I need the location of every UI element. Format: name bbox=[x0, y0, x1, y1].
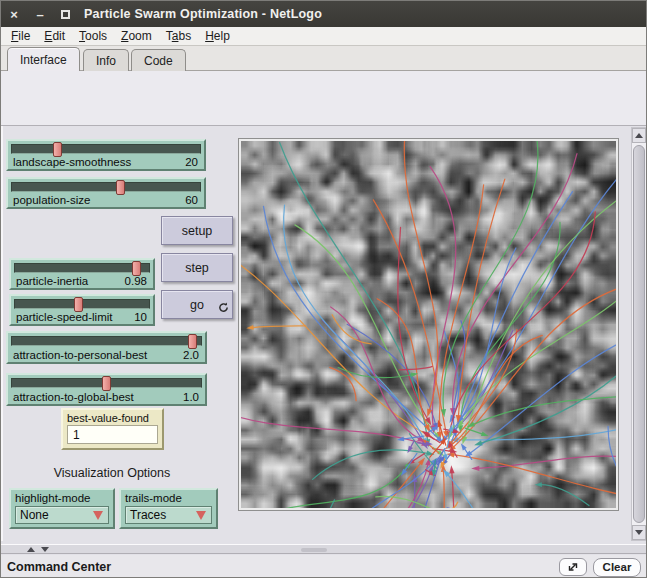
monitor-label: best-value-found bbox=[63, 410, 162, 424]
menu-help[interactable]: Help bbox=[198, 28, 237, 44]
menu-tools[interactable]: Tools bbox=[72, 28, 114, 44]
expand-up-icon[interactable] bbox=[27, 547, 35, 552]
chevron-down-icon bbox=[93, 511, 103, 520]
step-button[interactable]: step bbox=[161, 253, 233, 282]
chooser-dropdown[interactable]: None bbox=[15, 506, 109, 524]
scroll-down-button[interactable] bbox=[632, 525, 646, 540]
window-title: Particle Swarm Optimization - NetLogo bbox=[84, 7, 322, 21]
slider-value: 20 bbox=[185, 156, 198, 168]
command-center-title: Command Center bbox=[7, 560, 559, 574]
chooser-value: None bbox=[16, 508, 93, 522]
netlogo-window: × – Particle Swarm Optimization - NetLog… bbox=[0, 0, 647, 578]
monitor-value: 1 bbox=[67, 425, 158, 444]
tab-code[interactable]: Code bbox=[131, 49, 186, 71]
slider-handle[interactable] bbox=[74, 297, 83, 312]
slider-handle[interactable] bbox=[102, 376, 111, 391]
slider-label: attraction-to-personal-best bbox=[13, 349, 147, 361]
slider-label: attraction-to-global-best bbox=[13, 391, 134, 403]
slider-label: landscape-smoothness bbox=[13, 156, 131, 168]
slider-label: population-size bbox=[13, 194, 90, 206]
slider-population-size[interactable]: population-size60 bbox=[6, 177, 206, 209]
menu-zoom[interactable]: Zoom bbox=[114, 28, 159, 44]
setup-button[interactable]: setup bbox=[161, 216, 233, 245]
slider-handle[interactable] bbox=[188, 334, 197, 349]
minimize-icon[interactable]: – bbox=[27, 7, 53, 22]
menu-tabs[interactable]: Tabs bbox=[159, 28, 198, 44]
command-center-bar: Command Center Clear bbox=[1, 555, 646, 578]
slider-track[interactable] bbox=[11, 144, 201, 154]
tab-interface[interactable]: Interface bbox=[7, 47, 80, 71]
chooser-value: Traces bbox=[126, 508, 196, 522]
slider-particle-inertia[interactable]: particle-inertia0.98 bbox=[9, 258, 155, 290]
collapse-down-icon[interactable] bbox=[41, 547, 49, 552]
scrollbar-thumb[interactable] bbox=[633, 145, 645, 523]
toolbar: Edit Delete + Add *abc Button normal spe… bbox=[1, 71, 646, 126]
slider-handle[interactable] bbox=[116, 180, 125, 195]
arrow-up-icon bbox=[635, 133, 643, 138]
tab-strip: Interface Info Code bbox=[1, 46, 646, 71]
slider-label: particle-inertia bbox=[16, 275, 88, 287]
menu-bar: File Edit Tools Zoom Tabs Help bbox=[1, 27, 646, 46]
slider-track[interactable] bbox=[11, 336, 202, 346]
maximize-icon[interactable] bbox=[61, 10, 70, 19]
forever-icon bbox=[218, 302, 229, 316]
command-center-splitter[interactable] bbox=[1, 544, 646, 554]
go-button[interactable]: go bbox=[161, 290, 233, 319]
world-view[interactable] bbox=[241, 141, 616, 508]
slider-landscape-smoothness[interactable]: landscape-smoothness20 bbox=[6, 139, 206, 171]
vertical-scrollbar[interactable] bbox=[631, 127, 647, 541]
slider-handle[interactable] bbox=[132, 261, 141, 276]
tab-info[interactable]: Info bbox=[83, 49, 129, 71]
splitter-grip[interactable] bbox=[301, 548, 327, 552]
title-bar: × – Particle Swarm Optimization - NetLog… bbox=[1, 1, 646, 27]
chooser-highlight-mode[interactable]: highlight-mode None bbox=[9, 488, 115, 529]
slider-value: 1.0 bbox=[183, 391, 199, 403]
chooser-label: highlight-mode bbox=[11, 490, 113, 504]
diagonal-arrows-icon bbox=[567, 561, 579, 573]
scroll-up-button[interactable] bbox=[632, 128, 646, 143]
expand-command-center-button[interactable] bbox=[559, 558, 587, 576]
slider-value: 10 bbox=[134, 311, 147, 323]
slider-label: particle-speed-limit bbox=[16, 311, 113, 323]
chevron-down-icon bbox=[196, 511, 206, 520]
arrow-down-icon bbox=[635, 530, 643, 535]
clear-button[interactable]: Clear bbox=[593, 558, 641, 577]
slider-handle[interactable] bbox=[53, 142, 62, 157]
world-view-frame bbox=[238, 138, 619, 511]
slider-value: 60 bbox=[185, 194, 198, 206]
monitor-best-value-found: best-value-found 1 bbox=[61, 408, 164, 450]
slider-value: 0.98 bbox=[125, 275, 147, 287]
slider-attraction-to-global-best[interactable]: attraction-to-global-best1.0 bbox=[6, 373, 207, 406]
slider-track[interactable] bbox=[11, 182, 201, 192]
menu-edit[interactable]: Edit bbox=[37, 28, 72, 44]
close-icon[interactable]: × bbox=[1, 7, 27, 22]
menu-file[interactable]: File bbox=[4, 28, 37, 44]
slider-track[interactable] bbox=[14, 263, 150, 273]
slider-attraction-to-personal-best[interactable]: attraction-to-personal-best2.0 bbox=[6, 331, 207, 364]
chooser-trails-mode[interactable]: trails-mode Traces bbox=[119, 488, 218, 529]
chooser-label: trails-mode bbox=[121, 490, 216, 504]
chooser-dropdown[interactable]: Traces bbox=[125, 506, 212, 524]
slider-value: 2.0 bbox=[183, 349, 199, 361]
slider-particle-speed-limit[interactable]: particle-speed-limit10 bbox=[9, 294, 155, 326]
viz-options-title: Visualization Options bbox=[1, 466, 223, 480]
